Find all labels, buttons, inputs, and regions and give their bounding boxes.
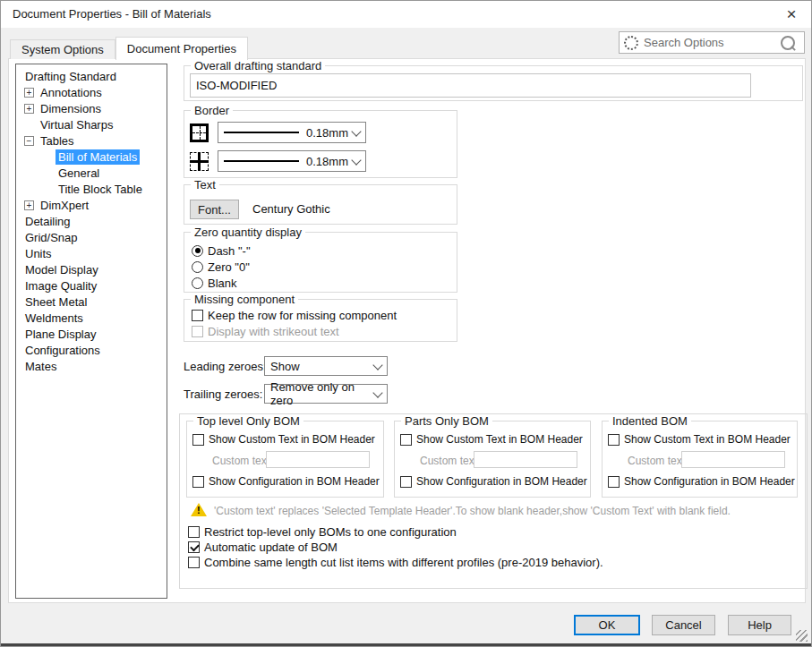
border-weight-select-1[interactable]: 0.18mm [218,150,366,172]
tab-system-options[interactable]: System Options [10,39,115,59]
tree-item-plane-display[interactable]: Plane Display [16,326,167,342]
cancel-button[interactable]: Cancel [652,615,715,635]
tree-item-mates[interactable]: Mates [16,358,167,374]
font-name-label: Century Gothic [252,202,330,216]
border-weight-select-0[interactable]: 0.18mm [218,122,366,143]
tree-item-model-display[interactable]: Model Display [16,261,167,277]
tree-item-label: Plane Display [22,327,99,342]
group-title: Overall drafting standard [191,59,325,72]
custom-text-input[interactable] [681,451,785,468]
expand-icon[interactable]: + [24,104,34,114]
group-text: Text Font... Century Gothic [184,184,457,225]
radio-icon [192,277,203,289]
tree-item-dimensions[interactable]: +Dimensions [16,100,167,116]
checkbox-show-custom-text[interactable]: Show Custom Text in BOM Header [400,431,583,447]
tree-item-configurations[interactable]: Configurations [16,342,167,358]
checkbox-icon [192,310,203,321]
tree-item-dimxpert[interactable]: +DimXpert [16,197,167,213]
settings-tree: Drafting Standard+Annotations+Dimensions… [15,64,167,599]
checkbox-show-configuration[interactable]: Show Configuration in BOM Header [192,473,380,490]
group-title: Top level Only BOM [193,414,303,428]
ok-button[interactable]: OK [574,615,640,635]
tree-item-label: Mates [22,359,59,374]
checkbox-automatic-update-of-bom[interactable]: Automatic update of BOM [188,540,603,555]
tree-item-image-quality[interactable]: Image Quality [16,277,167,294]
search-icon[interactable] [781,36,795,50]
tree-item-bill-of-materials[interactable]: Bill of Materials [16,149,167,165]
search-options-box[interactable]: Search Options [619,31,805,54]
tree-item-label: Units [22,246,55,261]
bottom-options: Restrict top-level only BOMs to one conf… [188,524,603,570]
radio-dash[interactable]: Dash "-" [192,243,251,259]
tree-item-label: Sheet Metal [22,294,90,310]
tree-item-label: Image Quality [22,278,99,294]
expand-icon[interactable]: + [24,200,34,210]
tab-document-properties[interactable]: Document Properties [115,37,248,60]
checkbox-restrict-top-level-only-boms-to-one-configuration[interactable]: Restrict top-level only BOMs to one conf… [188,524,603,540]
group-overall-drafting-standard: Overall drafting standard ISO-MODIFIED [184,65,803,101]
missing-component-options: Keep the row for missing componentDispla… [192,307,397,339]
tree-item-units[interactable]: Units [16,245,167,261]
custom-text-input[interactable] [266,451,370,468]
checkbox-icon [188,557,200,568]
chevron-down-icon [372,387,382,397]
tree-item-drafting-standard[interactable]: Drafting Standard [16,68,167,84]
tree-item-virtual-sharps[interactable]: Virtual Sharps [16,116,167,132]
group-parts-only-bom: Parts Only BOMShow Custom Text in BOM He… [394,421,591,498]
tree-item-label: Model Display [22,262,101,277]
radio-zero-0[interactable]: Zero "0" [192,259,251,275]
checkbox-show-configuration[interactable]: Show Configuration in BOM Header [608,473,795,490]
radio-label: Dash "-" [208,244,251,258]
trailing-zeroes-select[interactable]: Remove only on zero [264,384,388,404]
combo-value: Show [270,360,300,373]
group-border: Border 0.18mm0.18mm [184,110,457,178]
checkbox-label: Display with strikeout text [208,325,339,338]
help-button[interactable]: Help [728,615,791,635]
tree-item-label: Tables [38,133,77,149]
checkbox-label: Automatic update of BOM [204,541,338,554]
tree-item-label: General [56,166,102,181]
checkbox-label: Combine same length cut list items with … [204,556,603,569]
radio-label: Zero "0" [208,260,250,274]
tree-item-title-block-table[interactable]: Title Block Table [16,181,167,197]
group-zero-quantity-display: Zero quantity display Dash "-"Zero "0"Bl… [184,232,457,293]
checkbox-icon [608,476,620,488]
zero-quantity-options: Dash "-"Zero "0"Blank [192,243,251,291]
tree-item-label: Annotations [38,85,105,100]
custom-text-input[interactable] [474,451,577,468]
checkbox-icon [188,541,200,553]
group-title: Parts Only BOM [401,414,492,428]
tree-item-label: Drafting Standard [22,69,119,84]
custom-text-label: Custom text: [212,455,272,467]
tree-item-annotations[interactable]: +Annotations [16,84,167,100]
expand-icon[interactable]: + [24,88,34,98]
expand-icon[interactable]: − [24,136,34,146]
checkbox-keep-the-row-for-missing-component[interactable]: Keep the row for missing component [192,307,397,323]
chevron-down-icon [351,155,361,165]
chevron-down-icon [351,126,361,136]
custom-text-label: Custom text: [420,455,480,467]
tree-item-detailing[interactable]: Detailing [16,213,167,229]
checkbox-show-custom-text[interactable]: Show Custom Text in BOM Header [192,431,375,447]
border-row-1: 0.18mm [190,150,366,172]
tree-item-label: Grid/Snap [22,230,81,245]
table-outer-border-icon [190,123,209,142]
tree-item-weldments[interactable]: Weldments [16,310,167,326]
radio-icon [192,261,203,273]
checkbox-show-custom-text[interactable]: Show Custom Text in BOM Header [608,431,791,447]
tree-item-sheet-metal[interactable]: Sheet Metal [16,294,167,310]
tree-item-tables[interactable]: −Tables [16,132,167,149]
checkbox-icon [400,476,412,488]
tree-item-general[interactable]: General [16,165,167,181]
close-icon[interactable]: × [782,1,801,27]
combo-value: Remove only on zero [270,380,374,407]
checkbox-show-configuration[interactable]: Show Configuration in BOM Header [400,473,587,490]
checkbox-label: Show Configuration in BOM Header [416,475,587,488]
radio-blank[interactable]: Blank [192,275,251,291]
font-button[interactable]: Font... [190,200,239,219]
checkbox-combine-same-length-cut-list-items-with-different-profiles-pre-2019-behavior[interactable]: Combine same length cut list items with … [188,555,603,570]
leading-zeroes-label: Leading zeroes: [184,360,267,373]
resize-grip[interactable] [796,630,808,642]
tree-item-grid-snap[interactable]: Grid/Snap [16,229,167,245]
leading-zeroes-select[interactable]: Show [264,356,388,376]
